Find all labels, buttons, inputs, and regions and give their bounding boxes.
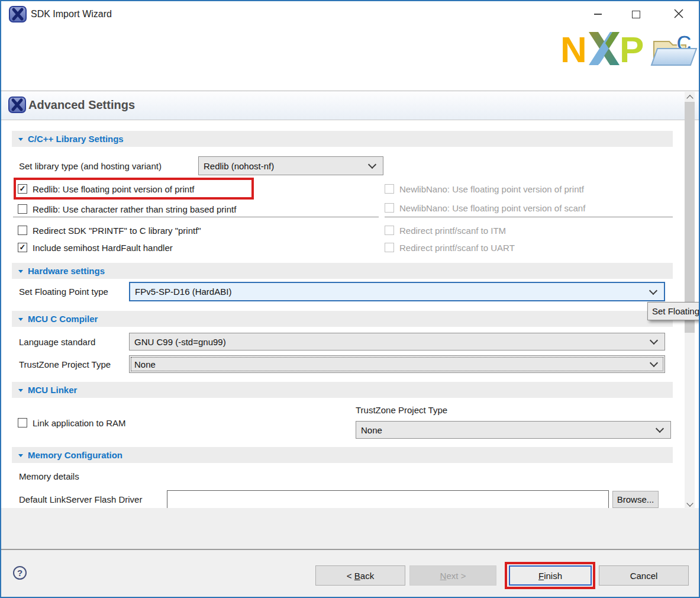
nxp-letter-n: N (560, 31, 587, 69)
trustzone-type-dropdown[interactable]: None (129, 355, 665, 373)
collapse-triangle-icon (18, 389, 23, 392)
dropdown-value: GNU C99 (-std=gnu99) (134, 337, 226, 347)
floating-point-label: Set Floating Point type (19, 287, 108, 297)
dropdown-value: None (134, 359, 156, 369)
flash-driver-label: Default LinkServer Flash Driver (19, 494, 142, 504)
next-button: Next > (409, 565, 496, 586)
chevron-down-icon (649, 286, 657, 294)
checkbox-redirect-uart: Redirect printf/scanf to UART (385, 241, 515, 254)
language-standard-label: Language standard (19, 337, 95, 347)
checkbox-link-to-ram[interactable]: Link application to RAM (18, 416, 126, 429)
window-title: SDK Import Wizard (31, 9, 112, 20)
divider (385, 217, 673, 217)
scroll-up-button[interactable] (685, 92, 695, 102)
app-x-icon (9, 6, 27, 22)
checkbox-label: Redirect printf/scanf to UART (399, 243, 515, 253)
nxp-logo: N P C (560, 31, 698, 69)
browse-button[interactable]: Browse... (612, 491, 659, 508)
button-label: inish (544, 571, 562, 581)
button-mnemonic: F (538, 571, 544, 581)
checkbox-icon[interactable] (18, 204, 27, 214)
collapse-triangle-icon (18, 318, 23, 321)
checkbox-label: NewlibNano: Use floating point version o… (399, 184, 584, 194)
collapse-triangle-icon (18, 270, 23, 273)
section-title: MCU Linker (28, 385, 77, 395)
scrollbar-thumb[interactable] (685, 102, 695, 333)
chevron-down-icon (656, 425, 664, 433)
section-memory-configuration[interactable]: Memory Configuration (12, 447, 673, 463)
checkbox-redirect-itm: Redirect printf/scanf to ITM (385, 224, 506, 237)
section-hardware-settings[interactable]: Hardware settings (12, 263, 673, 279)
button-bar: ? < Back Next > Finish Cancel (1, 550, 699, 597)
trustzone-type-label: TrustZone Project Type (19, 359, 111, 369)
checkbox-icon (385, 243, 394, 252)
scroll-down-button[interactable] (685, 499, 695, 509)
minimize-button[interactable] (589, 7, 606, 21)
checkbox-label: Redirect SDK "PRINTF" to C library "prin… (33, 226, 201, 236)
section-mcu-linker[interactable]: MCU Linker (12, 382, 673, 398)
sdk-import-wizard-window: SDK Import Wizard N P (0, 0, 700, 598)
checkbox-icon (385, 184, 394, 194)
chevron-down-icon (686, 500, 693, 506)
finish-button[interactable]: Finish (509, 565, 592, 586)
section-title: Hardware settings (28, 266, 105, 276)
button-mnemonic: B (354, 571, 360, 581)
checkbox-label: Redlib: Use floating point version of pr… (33, 184, 194, 194)
minimize-icon (594, 14, 602, 15)
dropdown-value: Redlib (nohost-nf) (204, 161, 274, 171)
checkbox-icon (385, 226, 394, 235)
linker-trustzone-label: TrustZone Project Type (356, 405, 447, 415)
maximize-button[interactable] (627, 6, 645, 22)
nxp-letter-p: P (620, 31, 644, 69)
checkbox-label: Redlib: Use character rather than string… (33, 204, 236, 214)
floating-point-tooltip: Set Floating (647, 302, 700, 320)
collapse-triangle-icon (18, 454, 23, 457)
library-type-label: Set library type (and hosting variant) (19, 161, 162, 171)
section-title: MCU C Compiler (28, 314, 98, 324)
button-label: ext > (446, 571, 466, 581)
cancel-button[interactable]: Cancel (599, 565, 689, 586)
back-button[interactable]: < Back (315, 565, 405, 586)
button-label: < (347, 571, 354, 581)
checkbox-icon[interactable] (18, 226, 27, 235)
library-type-dropdown[interactable]: Redlib (nohost-nf) (198, 156, 383, 175)
floating-point-dropdown[interactable]: FPv5-SP-D16 (HardABI) (129, 282, 665, 301)
checkbox-icon[interactable]: ✓ (18, 184, 27, 194)
chevron-up-icon (686, 95, 693, 101)
checkbox-icon[interactable]: ✓ (18, 243, 27, 252)
checkbox-newlibnano-scanf: NewlibNano: Use floating point version o… (385, 201, 585, 214)
checkbox-redlib-float-printf[interactable]: ✓ Redlib: Use floating point version of … (18, 182, 194, 195)
nxp-letter-x (589, 32, 620, 65)
close-button[interactable] (669, 5, 689, 22)
checkbox-icon[interactable] (18, 418, 27, 427)
bottom-filler (1, 508, 699, 550)
checkbox-label: Link application to RAM (33, 418, 126, 428)
language-standard-dropdown[interactable]: GNU C99 (-std=gnu99) (129, 333, 665, 351)
dropdown-value: FPv5-SP-D16 (HardABI) (135, 287, 231, 297)
section-title: C/C++ Library Settings (28, 134, 124, 144)
dropdown-value: None (361, 425, 382, 435)
memory-details-label: Memory details (19, 471, 79, 481)
section-mcu-c-compiler[interactable]: MCU C Compiler (12, 311, 673, 327)
checkbox-redirect-sdk-printf[interactable]: Redirect SDK "PRINTF" to C library "prin… (18, 224, 201, 237)
checkbox-label: Include semihost HardFault handler (33, 243, 173, 253)
button-label: ack (360, 571, 374, 581)
close-icon (674, 9, 683, 18)
help-button[interactable]: ? (13, 566, 27, 580)
wizard-page-header: Advanced Settings (1, 91, 699, 120)
checkbox-label: Redirect printf/scanf to ITM (399, 226, 506, 236)
chevron-down-icon (650, 336, 658, 345)
maximize-icon (632, 11, 640, 18)
section-library-settings[interactable]: C/C++ Library Settings (12, 131, 673, 147)
checkbox-redlib-char-printf[interactable]: Redlib: Use character rather than string… (18, 202, 236, 216)
checkbox-label: NewlibNano: Use floating point version o… (399, 203, 585, 213)
checkbox-semihost-hardfault[interactable]: ✓ Include semihost HardFault handler (18, 241, 173, 254)
divider (13, 217, 379, 217)
flash-driver-input[interactable] (167, 490, 609, 509)
checkbox-icon (385, 203, 394, 213)
page-x-icon (8, 97, 26, 113)
linker-trustzone-dropdown[interactable]: None (356, 421, 671, 439)
section-title: Memory Configuration (28, 450, 122, 460)
vertical-scrollbar[interactable] (685, 92, 695, 509)
chevron-down-icon (650, 359, 658, 367)
